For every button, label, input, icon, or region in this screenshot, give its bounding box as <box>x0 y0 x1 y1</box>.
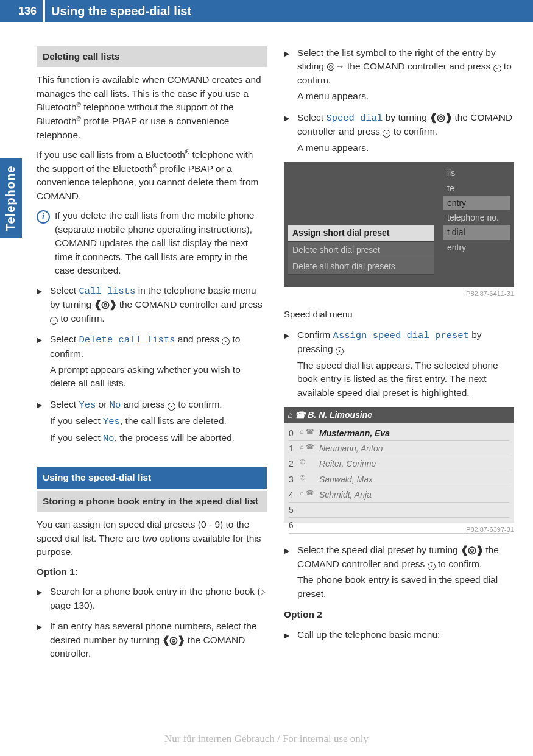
paragraph: This function is available when COMAND c… <box>37 73 267 142</box>
figure-caption: Speed dial menu <box>284 308 514 321</box>
list-item: telephone no. <box>443 210 510 225</box>
preset-number: 4 <box>289 489 300 501</box>
footer-watermark: Nur für internen Gebrauch / For internal… <box>0 733 533 745</box>
menu-term: Call lists <box>79 286 135 297</box>
contact-icon: ⌂ ☎ <box>288 410 308 420</box>
text: to confirm. <box>175 399 222 409</box>
turn-controller-icon: ❰◎❱ <box>162 635 185 645</box>
preset-number: 5 <box>289 504 300 516</box>
step-marker-icon: ▶ <box>37 286 45 328</box>
press-controller-icon <box>493 65 501 72</box>
step-text: Search for a phone book entry in the pho… <box>50 585 267 612</box>
page-header: 136 Using the speed-dial list <box>0 0 533 22</box>
step: ▶ Select Yes or No and press to confirm.… <box>37 398 267 448</box>
menu-term: Delete call lists <box>79 334 175 345</box>
option-1-label: Option 1: <box>37 565 267 579</box>
step: ▶ Search for a phone book entry in the p… <box>37 585 267 615</box>
menu-item-selected: Assign short dial preset <box>288 225 434 241</box>
slide-right-icon: ◎→ <box>327 61 345 71</box>
step-result: The phone book entry is saved in the spe… <box>297 573 514 601</box>
menu-term: Yes <box>79 400 96 411</box>
step-marker-icon: ▶ <box>284 113 292 157</box>
info-icon: i <box>37 210 50 224</box>
speed-dial-row: 4⌂ ☎Schmidt, Anja <box>289 487 509 503</box>
info-note: i If you delete the call lists from the … <box>37 209 267 277</box>
step-marker-icon: ▶ <box>284 631 292 644</box>
step-text: Select Delete call lists and press to co… <box>50 333 267 361</box>
press-controller-icon <box>222 337 230 345</box>
step-marker-icon: ▶ <box>37 335 45 393</box>
text: Select <box>50 334 79 344</box>
step: ▶ Select Speed dial by turning ❰◎❱ the C… <box>284 111 514 157</box>
side-tab-label: Telephone <box>4 165 18 231</box>
step-text: Select Yes or No and press to confirm. <box>50 398 267 412</box>
menu-term: No <box>103 433 115 444</box>
entry-icon <box>300 519 319 531</box>
speed-dial-row: 0⌂ ☎Mustermann, Eva <box>289 426 509 441</box>
step-result: If you select No, the process will be ab… <box>50 431 267 445</box>
step: ▶ Select the speed dial preset by turnin… <box>284 543 514 603</box>
heading-using-speed-dial: Using the speed-dial list <box>37 467 267 488</box>
text: to confirm. <box>58 313 105 323</box>
step-marker-icon: ▶ <box>284 331 292 402</box>
step: ▶ If an entry has several phone numbers,… <box>37 620 267 663</box>
step-text: Select Call lists in the telephone basic… <box>50 284 267 325</box>
side-tab-telephone: Telephone <box>0 158 22 238</box>
left-column: Deleting call lists This function is ava… <box>37 46 267 668</box>
preset-number: 3 <box>289 473 300 486</box>
text: the COMAND controller and press <box>116 299 262 309</box>
press-controller-icon <box>336 347 344 355</box>
step-marker-icon: ▶ <box>284 49 292 106</box>
page-title: Using the speed-dial list <box>45 0 533 22</box>
entry-icon: ⌂ ☎ <box>300 442 319 454</box>
step-marker-icon: ▶ <box>37 587 45 615</box>
step: ▶ Select the list symbol to the right of… <box>284 46 514 106</box>
text: , the process will be aborted. <box>115 433 235 443</box>
right-column: ▶ Select the list symbol to the right of… <box>284 46 514 668</box>
entry-name: Neumann, Anton <box>319 442 509 454</box>
page-number: 136 <box>0 0 43 22</box>
list-item: te <box>443 181 510 196</box>
step-text: Select the list symbol to the right of t… <box>297 46 514 87</box>
press-controller-icon <box>50 317 58 325</box>
step-result: A prompt appears asking whether you wish… <box>50 363 267 390</box>
step-marker-icon: ▶ <box>37 622 45 663</box>
step-text: Select the speed dial preset by turning … <box>297 543 514 571</box>
menu-item: Delete short dial preset <box>288 242 434 258</box>
info-text: If you delete the call lists from the mo… <box>50 209 267 277</box>
entry-icon: ⌂ ☎ <box>300 489 319 501</box>
text: and press <box>121 399 168 409</box>
speed-dial-row: 5 <box>289 503 509 518</box>
text: or <box>96 399 109 409</box>
screenshot-speed-dial-list: ⌂ ☎ B. N. Limousine 0⌂ ☎Mustermann, Eva1… <box>284 407 514 523</box>
text: and press <box>175 334 222 344</box>
text: to confirm. <box>436 559 482 569</box>
text: If you select <box>50 433 103 443</box>
cross-ref-icon <box>261 589 266 595</box>
preset-number: 2 <box>289 457 300 470</box>
page-content: Deleting call lists This function is ava… <box>0 46 533 668</box>
text: by turning <box>383 112 429 122</box>
list-item: entry <box>443 196 510 210</box>
entry-name: Sanwald, Max <box>319 473 509 486</box>
text: If you select <box>50 415 103 426</box>
text: to confirm. <box>390 126 437 136</box>
press-controller-icon <box>168 403 175 411</box>
press-controller-icon <box>428 562 436 570</box>
text: If you use call lists from a Bluetooth <box>37 149 185 160</box>
step-marker-icon: ▶ <box>284 546 292 603</box>
speed-dial-row: 3✆Sanwald, Max <box>289 472 509 487</box>
step: ▶ Confirm Assign speed dial preset by pr… <box>284 328 514 402</box>
option-2-label: Option 2 <box>284 608 514 621</box>
step-marker-icon: ▶ <box>37 400 45 448</box>
turn-controller-icon: ❰◎❱ <box>94 299 116 309</box>
entry-name: Reiter, Corinne <box>319 457 509 470</box>
registered-mark: ® <box>77 115 81 122</box>
step-result: The speed dial list appears. The selecte… <box>297 359 514 400</box>
text: Select <box>50 399 79 409</box>
step-result: A menu appears. <box>297 141 514 155</box>
heading-storing-entry: Storing a phone book entry in the speed … <box>37 491 267 512</box>
screenshot-popup-menu: Assign short dial preset Delete short di… <box>288 225 434 275</box>
screenshot-right-list: ils te entry telephone no. t dial entry <box>443 166 510 255</box>
step-result: A menu appears. <box>297 90 514 103</box>
